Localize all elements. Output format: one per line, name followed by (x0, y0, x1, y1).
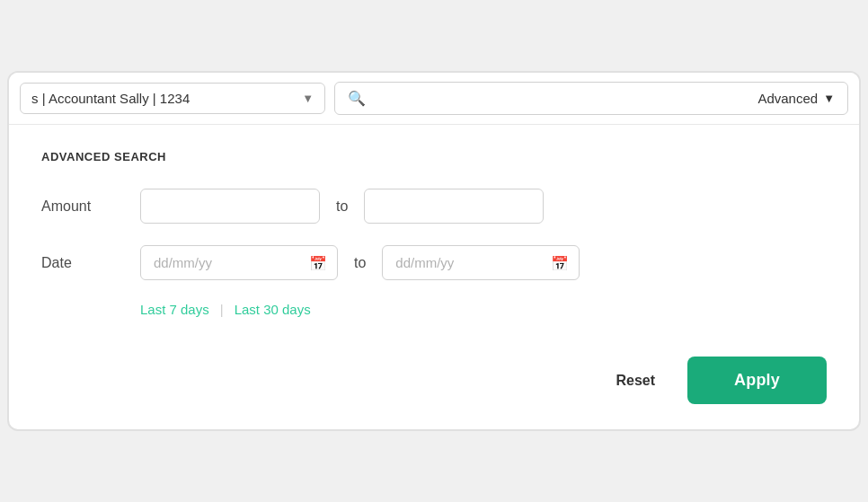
amount-inputs: to (140, 189, 544, 224)
amount-to-input[interactable] (364, 189, 544, 224)
date-to-label: to (338, 255, 382, 271)
advanced-dropdown-icon: ▼ (823, 92, 835, 105)
account-select[interactable]: s | Accountant Sally | 1234 ▼ (20, 83, 325, 114)
search-bar: 🔍 Advanced ▼ (334, 82, 848, 115)
reset-button[interactable]: Reset (598, 362, 674, 400)
amount-from-input[interactable] (140, 189, 320, 224)
date-label: Date (41, 255, 140, 271)
panel-footer: Reset Apply (9, 342, 859, 429)
search-input[interactable] (375, 91, 748, 106)
amount-to-label: to (320, 198, 364, 215)
advanced-button[interactable]: Advanced ▼ (757, 91, 835, 106)
top-bar: s | Accountant Sally | 1234 ▼ 🔍 Advanced… (9, 73, 859, 125)
date-to-input[interactable] (382, 245, 580, 280)
account-select-text: s | Accountant Sally | 1234 (31, 91, 190, 106)
advanced-search-container: s | Accountant Sally | 1234 ▼ 🔍 Advanced… (7, 71, 861, 431)
date-to-wrapper: 📅 (382, 245, 580, 280)
last-7-days-button[interactable]: Last 7 days (140, 302, 209, 317)
advanced-panel: ADVANCED SEARCH Amount to Date 📅 to (9, 125, 859, 342)
apply-button[interactable]: Apply (687, 357, 827, 404)
amount-label: Amount (41, 198, 140, 215)
amount-row: Amount to (41, 189, 827, 224)
date-from-input[interactable] (140, 245, 338, 280)
shortcut-divider: | (220, 302, 224, 317)
account-dropdown-icon: ▼ (302, 92, 314, 105)
date-shortcuts: Last 7 days | Last 30 days (140, 302, 827, 317)
advanced-label: Advanced (757, 91, 818, 106)
panel-title: ADVANCED SEARCH (41, 150, 827, 163)
last-30-days-button[interactable]: Last 30 days (235, 302, 311, 317)
date-from-wrapper: 📅 (140, 245, 338, 280)
search-icon: 🔍 (348, 90, 366, 107)
date-inputs: 📅 to 📅 (140, 245, 580, 280)
date-row: Date 📅 to 📅 (41, 245, 827, 280)
